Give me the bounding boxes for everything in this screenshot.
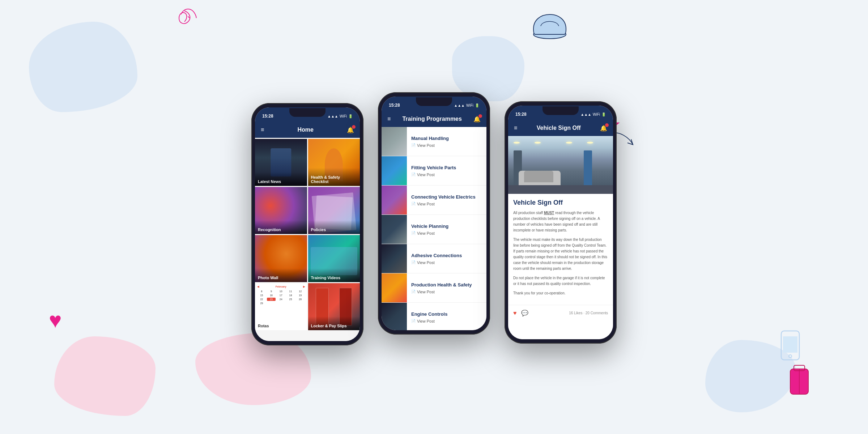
phone-1-screen: 15:28 ▲▲▲ WiFi 🔋 ≡ Home 🔔 xyxy=(255,107,360,341)
phone-2-menu-icon[interactable]: ≡ xyxy=(387,116,391,122)
article-screen: Vehicle Sign Off All production staff MU… xyxy=(508,136,613,339)
training-videos-label: Training Videos xyxy=(308,268,360,282)
grid-item-lockers[interactable]: Locker & Pay Slips xyxy=(308,283,360,330)
phone-2-notch xyxy=(416,97,452,106)
wifi-icon-3: WiFi xyxy=(593,112,600,116)
battery-icon: 🔋 xyxy=(348,114,353,118)
list-item-adhesive[interactable]: Adhesive Connections 📄 View Post xyxy=(382,244,486,273)
list-item-production-health[interactable]: Production Health & Safety 📄 View Post xyxy=(382,273,486,303)
phone-1-grid: Latest News Health & Safety Checklist Re… xyxy=(255,138,360,341)
rotas-label: Rotas xyxy=(255,316,307,330)
phone-3-notch xyxy=(542,106,579,115)
grid-item-training-videos[interactable]: Training Videos xyxy=(308,235,360,282)
signal-icon-3: ▲▲▲ xyxy=(580,112,591,116)
article-paragraph-2: The vehicle must make its way down the f… xyxy=(513,237,608,272)
title-vehicle-planning: Vehicle Planning xyxy=(411,224,482,229)
training-list: Manual Handling 📄 View Post Fitting Vehi… xyxy=(382,127,486,330)
doc-icon-manual: 📄 xyxy=(411,143,416,147)
grid-item-health-safety[interactable]: Health & Safety Checklist xyxy=(308,139,360,186)
grid-item-recognition[interactable]: Recognition xyxy=(255,187,307,234)
phone-1-notification-badge xyxy=(352,125,356,129)
view-post-adhesive[interactable]: 📄 View Post xyxy=(411,260,435,265)
phone-2-title: Training Programmes xyxy=(402,116,462,122)
thumb-engine-controls xyxy=(382,303,407,330)
article-paragraph-3: Do not place the vehicle in the garage i… xyxy=(513,275,608,287)
title-vehicle-electrics: Connecting Vehicle Electrics xyxy=(411,194,482,200)
phone-1-menu-icon[interactable]: ≡ xyxy=(261,127,264,133)
phone-3: 15:28 ▲▲▲ WiFi 🔋 ≡ Vehicle Sign Off 🔔 xyxy=(505,101,617,344)
health-safety-label: Health & Safety Checklist xyxy=(308,168,360,186)
wifi-icon: WiFi xyxy=(340,114,347,118)
doc-icon-electrics: 📄 xyxy=(411,202,416,206)
thumb-vehicle-planning xyxy=(382,215,407,244)
recognition-label: Recognition xyxy=(255,220,307,234)
thumb-production-health xyxy=(382,273,407,302)
phone-1: 15:28 ▲▲▲ WiFi 🔋 ≡ Home 🔔 xyxy=(251,103,363,345)
latest-news-label: Latest News xyxy=(255,172,307,186)
phone-3-bell-icon[interactable]: 🔔 xyxy=(600,125,607,132)
phone-3-menu-icon[interactable]: ≡ xyxy=(514,125,517,131)
list-item-vehicle-planning[interactable]: Vehicle Planning 📄 View Post xyxy=(382,215,486,244)
doc-icon-planning: 📄 xyxy=(411,231,416,235)
like-icon[interactable]: ♥ xyxy=(513,310,517,316)
phone-3-time: 15:28 xyxy=(515,112,527,117)
article-footer: ♥ 💬 16 Likes · 20 Comments xyxy=(508,305,613,321)
title-fitting-vehicle: Fitting Vehicle Parts xyxy=(411,165,482,170)
thumb-fitting-vehicle xyxy=(382,156,407,185)
phone-1-time: 15:28 xyxy=(262,114,273,119)
content-production-health: Production Health & Safety 📄 View Post xyxy=(407,278,486,298)
battery-icon-2: 🔋 xyxy=(475,103,479,107)
signal-icon: ▲▲▲ xyxy=(327,114,338,118)
phone-1-bell-icon[interactable]: 🔔 xyxy=(347,127,354,133)
doc-icon-engine: 📄 xyxy=(411,319,416,323)
grid-item-policies[interactable]: Policies xyxy=(308,187,360,234)
phone-1-title: Home xyxy=(297,127,313,133)
content-manual-handling: Manual Handling 📄 View Post xyxy=(407,132,486,151)
phone-2-time: 15:28 xyxy=(389,103,400,108)
phone-1-top-bar: ≡ Home 🔔 xyxy=(255,122,360,138)
battery-icon-3: 🔋 xyxy=(601,112,606,116)
phone-3-top-bar: ≡ Vehicle Sign Off 🔔 xyxy=(508,120,613,136)
phone-2-status-icons: ▲▲▲ WiFi 🔋 xyxy=(454,103,479,107)
lockers-label: Locker & Pay Slips xyxy=(308,316,360,330)
grid-item-photo-wall[interactable]: Photo Wall xyxy=(255,235,307,282)
view-post-vehicle-electrics[interactable]: 📄 View Post xyxy=(411,202,435,206)
phone-2-bell-icon[interactable]: 🔔 xyxy=(473,116,481,123)
content-adhesive: Adhesive Connections 📄 View Post xyxy=(407,249,486,268)
title-engine-controls: Engine Controls xyxy=(411,311,482,317)
phone-2-screen: 15:28 ▲▲▲ WiFi 🔋 ≡ Training Programmes 🔔 xyxy=(382,97,486,330)
phone-3-notification-badge xyxy=(605,123,609,127)
view-post-manual-handling[interactable]: 📄 View Post xyxy=(411,143,435,148)
view-post-engine-controls[interactable]: 📄 View Post xyxy=(411,319,435,323)
phone-2: 15:28 ▲▲▲ WiFi 🔋 ≡ Training Programmes 🔔 xyxy=(378,92,490,335)
photo-wall-label: Photo Wall xyxy=(255,268,307,282)
list-item-vehicle-electrics[interactable]: Connecting Vehicle Electrics 📄 View Post xyxy=(382,186,486,215)
grid-row-3: Photo Wall Training Videos xyxy=(255,235,360,282)
grid-row-1: Latest News Health & Safety Checklist xyxy=(255,139,360,186)
grid-item-latest-news[interactable]: Latest News xyxy=(255,139,307,186)
article-paragraph-1: All production staff MUST read through t… xyxy=(513,210,608,233)
doc-icon-fitting: 📄 xyxy=(411,173,416,176)
content-vehicle-electrics: Connecting Vehicle Electrics 📄 View Post xyxy=(407,191,486,210)
list-item-manual-handling[interactable]: Manual Handling 📄 View Post xyxy=(382,127,486,156)
list-item-engine-controls[interactable]: Engine Controls 📄 View Post xyxy=(382,303,486,330)
list-item-fitting-vehicle[interactable]: Fitting Vehicle Parts 📄 View Post xyxy=(382,156,486,186)
doc-icon-production: 📄 xyxy=(411,290,416,294)
content-fitting-vehicle: Fitting Vehicle Parts 📄 View Post xyxy=(407,161,486,180)
comment-icon[interactable]: 💬 xyxy=(521,310,528,316)
view-post-vehicle-planning[interactable]: 📄 View Post xyxy=(411,231,435,235)
policies-label: Policies xyxy=(308,220,360,234)
wifi-icon-2: WiFi xyxy=(466,103,473,107)
content-vehicle-planning: Vehicle Planning 📄 View Post xyxy=(407,220,486,239)
phone-2-top-bar: ≡ Training Programmes 🔔 xyxy=(382,111,486,127)
article-title: Vehicle Sign Off xyxy=(513,199,608,207)
view-post-fitting-vehicle[interactable]: 📄 View Post xyxy=(411,173,435,177)
view-post-production-health[interactable]: 📄 View Post xyxy=(411,290,435,294)
thumb-vehicle-electrics xyxy=(382,186,407,214)
grid-item-rotas[interactable]: ◀February▶ 89101112 1516171819 222324252… xyxy=(255,283,307,330)
phone-3-status-icons: ▲▲▲ WiFi 🔋 xyxy=(580,112,606,116)
thumb-manual-handling xyxy=(382,127,407,156)
phones-container: 15:28 ▲▲▲ WiFi 🔋 ≡ Home 🔔 xyxy=(0,0,868,434)
doc-icon-adhesive: 📄 xyxy=(411,260,416,264)
signal-icon-2: ▲▲▲ xyxy=(454,103,465,107)
